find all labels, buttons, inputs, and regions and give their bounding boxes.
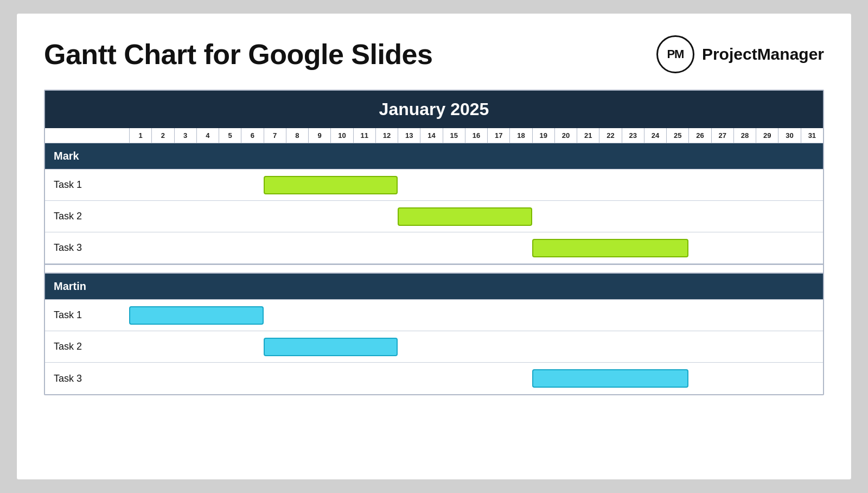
day-cell-2: 2 [151,128,174,143]
task-bar-area [129,300,823,331]
day-cell-27: 27 [711,128,733,143]
day-cell-31: 31 [801,128,823,143]
day-cell-26: 26 [688,128,711,143]
day-cell-12: 12 [375,128,398,143]
day-cell-28: 28 [733,128,756,143]
task-row: Task 3 [45,232,823,264]
day-cell-24: 24 [644,128,666,143]
days-row: 1234567891011121314151617181920212223242… [45,128,823,143]
day-cell-21: 21 [577,128,599,143]
task-label: Task 2 [45,341,129,352]
task-row: Task 2 [45,331,823,363]
day-cell-18: 18 [509,128,532,143]
task-label: Task 3 [45,373,129,384]
section-bar-area-mark [129,143,823,169]
task-label: Task 1 [45,309,129,321]
task-bar [264,176,398,194]
day-cell-16: 16 [465,128,487,143]
day-cell-1: 1 [129,128,151,143]
brand: PM ProjectManager [656,35,824,73]
day-cell-17: 17 [487,128,509,143]
section-bar-area-martin [129,274,823,299]
month-header: January 2025 [45,91,823,128]
task-bar-area [129,232,823,263]
task-row: Task 2 [45,201,823,232]
section-label-mark: Mark [45,143,129,169]
days-label-empty [45,128,129,143]
day-cell-25: 25 [666,128,688,143]
task-row: Task 1 [45,300,823,331]
day-cell-11: 11 [353,128,375,143]
section-label-martin: Martin [45,274,129,299]
day-cell-29: 29 [756,128,778,143]
task-bar-area [129,201,823,232]
day-cell-3: 3 [174,128,196,143]
task-bar-area [129,331,823,362]
task-bar [264,338,398,356]
task-bar [398,207,532,226]
task-row: Task 3 [45,363,823,394]
day-cell-10: 10 [330,128,353,143]
day-cell-22: 22 [599,128,621,143]
day-cell-6: 6 [241,128,263,143]
groups-container: MarkTask 1Task 2Task 3MartinTask 1Task 2… [45,143,823,394]
day-cell-14: 14 [420,128,442,143]
day-cell-15: 15 [443,128,465,143]
header: Gantt Chart for Google Slides PM Project… [44,35,824,73]
task-bar-area [129,363,823,394]
day-cell-5: 5 [219,128,241,143]
task-bar [532,369,689,388]
slide: Gantt Chart for Google Slides PM Project… [16,13,852,480]
day-cell-19: 19 [532,128,554,143]
day-cell-8: 8 [286,128,308,143]
brand-name: ProjectManager [702,45,824,64]
task-bar [532,239,689,257]
task-bar-area [129,169,823,200]
day-cell-9: 9 [308,128,330,143]
day-cell-4: 4 [196,128,219,143]
section-row-martin: Martin [45,274,823,300]
slide-title: Gantt Chart for Google Slides [44,38,432,71]
task-row: Task 1 [45,169,823,201]
task-label: Task 1 [45,179,129,191]
task-label: Task 3 [45,242,129,254]
day-cell-7: 7 [264,128,286,143]
gantt-chart: January 2025 123456789101112131415161718… [44,90,824,395]
day-cell-13: 13 [398,128,420,143]
brand-logo: PM [656,35,694,73]
group-spacer [45,264,823,274]
day-cell-23: 23 [622,128,644,143]
section-row-mark: Mark [45,143,823,169]
task-label: Task 2 [45,211,129,222]
day-cell-30: 30 [778,128,800,143]
task-bar [129,306,264,325]
day-cell-20: 20 [554,128,577,143]
